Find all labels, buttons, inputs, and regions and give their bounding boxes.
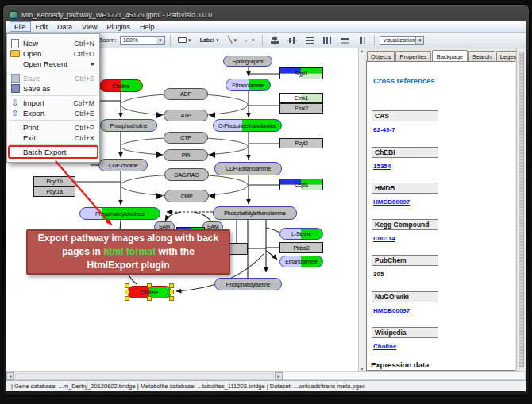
file-menu-item-print[interactable]: PrintCtrl+P bbox=[7, 122, 99, 133]
metabolite-adp[interactable]: ADP bbox=[164, 88, 208, 100]
title-bar[interactable]: Mm_Kennedy_pathway_WP1771_45176.gpml - P… bbox=[10, 9, 518, 21]
tab-objects[interactable]: Objects bbox=[367, 51, 395, 62]
xref-link[interactable]: HMDB00097 bbox=[372, 198, 507, 206]
xref-link[interactable]: C00114 bbox=[372, 235, 507, 242]
panel-scrollbar[interactable] bbox=[516, 48, 526, 371]
gene-sgpl1[interactable]: Sgpl1 bbox=[279, 67, 323, 79]
connector-tool-button[interactable]: ⌐▼ bbox=[243, 34, 257, 47]
scroll-right-icon[interactable]: ▸ bbox=[275, 372, 283, 380]
gene-ptdss2[interactable]: Ptdss2 bbox=[279, 242, 323, 253]
metabolite-phosphatidylethanolamine[interactable]: Phosphatidylethanolamine bbox=[213, 206, 297, 220]
chevron-down-icon[interactable]: ▼ bbox=[251, 38, 256, 43]
chevron-down-icon[interactable]: ▼ bbox=[187, 38, 192, 43]
gene-pcyt2[interactable]: Pcyt2 bbox=[279, 138, 323, 148]
node-label: Etnk2 bbox=[295, 106, 308, 111]
metabolite-dag-rag[interactable]: DAG/RAG bbox=[164, 168, 209, 181]
connector-tool-icon: ⌐ bbox=[245, 37, 249, 44]
file-menu-item-open-recent[interactable]: Open Recent▸ bbox=[7, 59, 99, 69]
metabolite-ctp[interactable]: CTP bbox=[164, 132, 208, 144]
no-icon bbox=[10, 133, 20, 142]
menu-view[interactable]: View bbox=[77, 21, 102, 32]
xref-link[interactable]: HMDB00097 bbox=[372, 307, 507, 314]
scrollbar-track[interactable] bbox=[15, 373, 274, 380]
metabolite-cmp[interactable]: CMP bbox=[164, 190, 209, 202]
gene-etnk2[interactable]: Etnk2 bbox=[279, 103, 323, 114]
selection-handle[interactable] bbox=[125, 283, 129, 288]
chevron-down-icon[interactable]: ▼ bbox=[215, 38, 220, 43]
selection-handle[interactable] bbox=[147, 283, 152, 288]
distribute-rows-button[interactable] bbox=[303, 34, 317, 47]
gene-pcyt1b[interactable]: Pcyt1b bbox=[33, 176, 75, 187]
section-header: CAS bbox=[372, 110, 438, 121]
zoom-select[interactable]: 100% ▼ bbox=[120, 36, 165, 45]
visualization-select[interactable]: visualization ▼ bbox=[380, 36, 424, 45]
node-label: Phosphatidylethanolamine bbox=[224, 210, 285, 216]
menu-help[interactable]: Help bbox=[135, 21, 160, 32]
selection-handle[interactable] bbox=[125, 296, 129, 301]
distribute-columns-button[interactable] bbox=[320, 34, 334, 47]
file-menu-item-export[interactable]: ExportCtrl+E bbox=[7, 108, 99, 118]
metabolite-l-serine[interactable]: L-Serine bbox=[279, 228, 323, 240]
xref-link[interactable]: 62-49-7 bbox=[372, 126, 507, 133]
canvas-horizontal-scrollbar[interactable]: ◂ ▸ bbox=[6, 371, 283, 380]
selection-handle[interactable] bbox=[169, 283, 174, 288]
align-center-button[interactable] bbox=[268, 34, 282, 47]
menu-plugins[interactable]: Plugins bbox=[102, 21, 135, 32]
node-label: SAM bbox=[207, 224, 219, 229]
metabolite-choline[interactable]: Choline bbox=[99, 79, 143, 92]
file-menu-item-save-as[interactable]: Save as bbox=[7, 83, 99, 94]
gene-cept1[interactable]: Cept1 bbox=[279, 179, 323, 190]
menu-data[interactable]: Data bbox=[52, 21, 77, 32]
metabolite-o-phosphoethanolamine[interactable]: O-Phosphoethanolamine bbox=[213, 119, 282, 132]
scroll-up-icon[interactable]: ▲ bbox=[360, 48, 364, 53]
selection-handle[interactable] bbox=[169, 290, 174, 294]
pathvisio-window: Mm_Kennedy_pathway_WP1771_45176.gpml - P… bbox=[0, 0, 532, 404]
chevron-down-icon[interactable]: ▼ bbox=[156, 37, 164, 44]
menu-separator bbox=[10, 71, 97, 71]
canvas-vertical-scrollbar[interactable]: ▲ ▼ bbox=[358, 48, 365, 371]
align-middle-button[interactable] bbox=[285, 34, 299, 47]
file-menu-item-batch-export[interactable]: Batch Export bbox=[7, 147, 99, 157]
line-tool-button[interactable]: ╲▼ bbox=[226, 34, 240, 47]
node-label: Ethanolamine bbox=[285, 259, 317, 264]
metabolite-ethanolamine[interactable]: Ethanolamine bbox=[279, 256, 323, 267]
common-height-button[interactable] bbox=[355, 34, 369, 47]
gene-etnk1[interactable]: Etnk1 bbox=[279, 93, 323, 103]
xref-link[interactable]: Choline bbox=[372, 343, 507, 350]
chevron-down-icon[interactable]: ▼ bbox=[233, 38, 237, 43]
metabolite-phosphatidylcholines[interactable]: Phosphatidylcholines bbox=[79, 207, 160, 220]
label-tool-button[interactable]: Label▼ bbox=[198, 34, 222, 47]
scrollbar-thumb[interactable] bbox=[519, 52, 524, 367]
menu-edit[interactable]: Edit bbox=[31, 21, 53, 32]
gene-pcyt1a[interactable]: Pcyt1a bbox=[33, 187, 75, 197]
tab-search[interactable]: Search bbox=[468, 51, 495, 62]
chevron-down-icon[interactable]: ▼ bbox=[415, 37, 423, 44]
side-panel: ObjectsPropertiesBackpageSearchLegend Cr… bbox=[365, 48, 516, 371]
file-menu-item-import[interactable]: ImportCtrl+M bbox=[7, 98, 99, 108]
metabolite-phosphatidylserine[interactable]: Phosphatidylserine bbox=[214, 278, 282, 290]
expression-data-heading: Expression data bbox=[371, 360, 429, 369]
selection-handle[interactable] bbox=[169, 296, 174, 301]
metabolite-ethanolamine[interactable]: Ethanolamine bbox=[226, 79, 271, 91]
metabolite-ppi[interactable]: PPi bbox=[164, 149, 208, 161]
xref-link[interactable]: 15354 bbox=[372, 163, 507, 170]
gene-tool-button[interactable]: ▼ bbox=[175, 34, 195, 47]
node-label: SAH bbox=[159, 224, 170, 229]
tab-properties[interactable]: Properties bbox=[395, 51, 430, 62]
file-menu-item-new[interactable]: NewCtrl+N bbox=[7, 38, 99, 48]
metabolite-sphingolipids[interactable]: Sphingolipids bbox=[223, 56, 272, 67]
selection-handle[interactable] bbox=[147, 296, 152, 301]
file-menu-item-exit[interactable]: ExitCtrl+X bbox=[7, 133, 99, 143]
menu-file[interactable]: File bbox=[10, 21, 31, 32]
selection-handle[interactable] bbox=[125, 290, 129, 294]
file-menu-item-open[interactable]: OpenCtrl+O bbox=[7, 48, 99, 59]
scroll-left-icon[interactable]: ◂ bbox=[6, 372, 14, 380]
metabolite-atp[interactable]: ATP bbox=[164, 110, 208, 121]
align-middle-icon bbox=[287, 36, 297, 45]
metabolite-cdp-ethanolamine[interactable]: CDP-Ethanolamine bbox=[214, 162, 282, 175]
menu-item-label: Print bbox=[23, 123, 71, 132]
metabolite-phosphocholine[interactable]: Phosphocholine bbox=[100, 119, 157, 132]
common-width-button[interactable] bbox=[337, 34, 352, 47]
section-header: PubChem bbox=[372, 255, 438, 266]
metabolite-cdp-choline[interactable]: CDP-choline bbox=[98, 159, 148, 171]
